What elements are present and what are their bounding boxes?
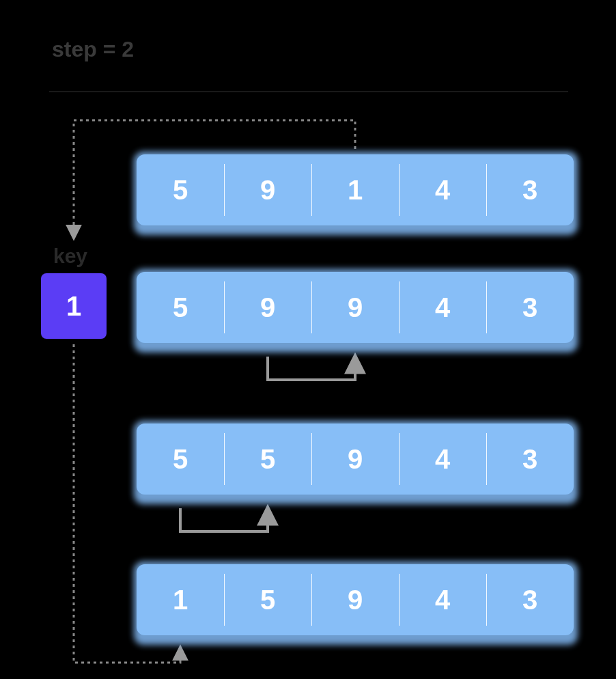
array-row-2: 5 5 9 4 3 [137, 424, 574, 495]
array-cell: 9 [311, 272, 399, 343]
array-cell: 4 [399, 424, 486, 495]
array-cell: 9 [311, 424, 399, 495]
array-cell: 5 [137, 424, 224, 495]
array-cell: 4 [399, 564, 486, 635]
array-cell: 1 [311, 154, 399, 225]
array-row-1: 5 9 9 4 3 [137, 272, 574, 343]
key-box: 1 [41, 273, 107, 339]
array-cell: 5 [137, 272, 224, 343]
array-cell: 3 [486, 154, 574, 225]
key-label: key [53, 245, 87, 268]
array-cell: 4 [399, 154, 486, 225]
array-cell: 5 [137, 154, 224, 225]
step-title: step = 2 [52, 37, 134, 62]
array-cell: 9 [311, 564, 399, 635]
array-cell: 1 [137, 564, 224, 635]
array-row-0: 5 9 1 4 3 [137, 154, 574, 225]
array-cell: 5 [224, 564, 311, 635]
array-cell: 4 [399, 272, 486, 343]
divider [49, 92, 568, 92]
array-cell: 5 [224, 424, 311, 495]
shift-arrow-1 [268, 357, 355, 380]
array-row-3: 1 5 9 4 3 [137, 564, 574, 635]
array-cell: 3 [486, 424, 574, 495]
shift-arrow-2 [180, 508, 268, 531]
array-cell: 9 [224, 154, 311, 225]
array-cell: 3 [486, 564, 574, 635]
array-cell: 9 [224, 272, 311, 343]
array-cell: 3 [486, 272, 574, 343]
